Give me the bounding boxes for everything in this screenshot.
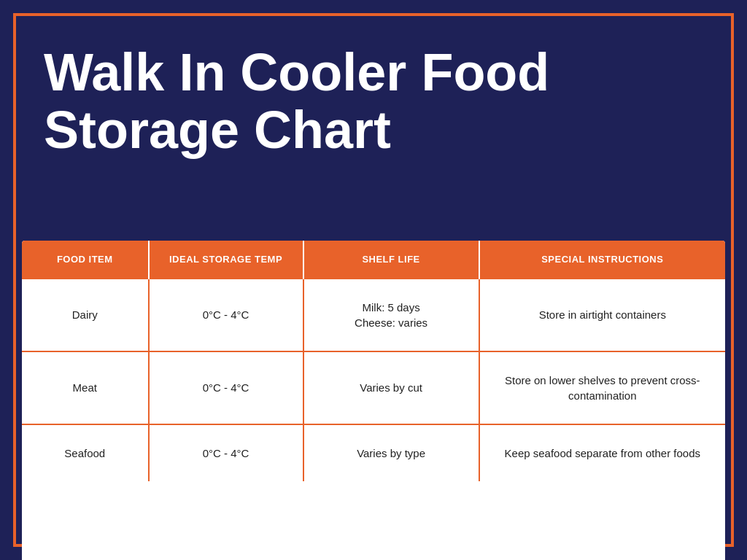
cell-food-item: Seafood [22,424,149,481]
page-title: Walk In Cooler Food Storage Chart [44,44,703,159]
cell-special-instructions: Keep seafood separate from other foods [479,424,725,481]
cell-special-instructions: Store in airtight containers [479,279,725,351]
col-header-food-item: FOOD ITEM [22,241,149,279]
food-storage-table: FOOD ITEM IDEAL STORAGE TEMP SHELF LIFE … [22,241,725,481]
cell-special-instructions: Store on lower shelves to prevent cross-… [479,351,725,424]
col-header-special-instructions: SPECIAL INSTRUCTIONS [479,241,725,279]
cell-ideal-temp: 0°C - 4°C [149,351,303,424]
table-row: Dairy0°C - 4°CMilk: 5 daysCheese: varies… [22,279,725,351]
table-header-row: FOOD ITEM IDEAL STORAGE TEMP SHELF LIFE … [22,241,725,279]
background: Walk In Cooler Food Storage Chart FOOD I… [0,0,747,560]
cell-food-item: Dairy [22,279,149,351]
col-header-shelf-life: SHELF LIFE [303,241,479,279]
cell-shelf-life: Varies by type [303,424,479,481]
cell-food-item: Meat [22,351,149,424]
table-row: Meat0°C - 4°CVaries by cutStore on lower… [22,351,725,424]
col-header-ideal-temp: IDEAL STORAGE TEMP [149,241,303,279]
cell-ideal-temp: 0°C - 4°C [149,279,303,351]
title-section: Walk In Cooler Food Storage Chart [44,44,703,159]
table-row: Seafood0°C - 4°CVaries by typeKeep seafo… [22,424,725,481]
cell-shelf-life: Varies by cut [303,351,479,424]
table-container: FOOD ITEM IDEAL STORAGE TEMP SHELF LIFE … [22,241,725,560]
cell-shelf-life: Milk: 5 daysCheese: varies [303,279,479,351]
cell-ideal-temp: 0°C - 4°C [149,424,303,481]
